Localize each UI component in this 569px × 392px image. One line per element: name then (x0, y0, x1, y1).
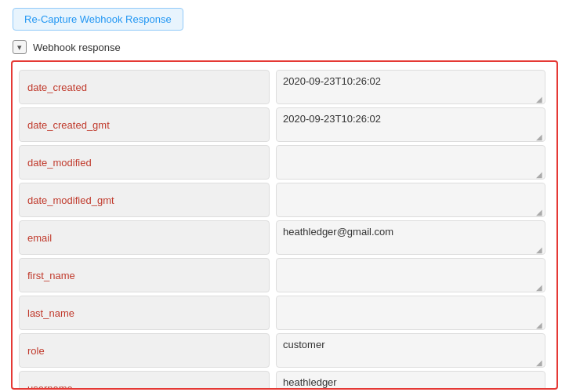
field-value-last_name[interactable] (276, 296, 545, 330)
field-key-date_modified_gmt: date_modified_gmt (19, 183, 270, 217)
field-value-wrapper-last_name: ◢ (276, 296, 545, 330)
field-value-wrapper-date_created: ◢ (276, 70, 545, 104)
field-row: date_modified_gmt◢ (19, 183, 545, 217)
field-key-email: email (19, 220, 270, 255)
field-key-last_name: last_name (19, 296, 270, 330)
field-key-date_created: date_created (19, 70, 270, 104)
field-value-date_created_gmt[interactable] (276, 107, 545, 142)
field-row: email◢ (19, 220, 545, 255)
field-value-wrapper-date_modified_gmt: ◢ (276, 183, 545, 217)
field-value-wrapper-first_name: ◢ (276, 258, 545, 292)
field-value-role[interactable] (276, 333, 545, 368)
field-row: date_created_gmt◢ (19, 107, 545, 142)
field-value-date_modified[interactable] (276, 145, 545, 180)
field-row: date_modified◢ (19, 145, 545, 180)
field-row: last_name◢ (19, 296, 545, 330)
field-row: username◢ (19, 371, 545, 388)
field-row: date_created◢ (19, 70, 545, 104)
field-value-wrapper-date_modified: ◢ (276, 145, 545, 180)
field-value-email[interactable] (276, 220, 545, 255)
field-row: first_name◢ (19, 258, 545, 292)
response-container: date_created◢date_created_gmt◢date_modif… (11, 60, 558, 390)
field-value-wrapper-date_created_gmt: ◢ (276, 107, 545, 142)
field-value-wrapper-username: ◢ (276, 371, 545, 388)
field-key-role: role (19, 333, 270, 368)
fields-area[interactable]: date_created◢date_created_gmt◢date_modif… (13, 62, 556, 388)
field-value-wrapper-role: ◢ (276, 333, 545, 368)
field-value-wrapper-email: ◢ (276, 220, 545, 255)
webhook-toggle-row: ▾ Webhook response (0, 37, 569, 60)
field-key-date_modified: date_modified (19, 145, 270, 180)
field-row: role◢ (19, 333, 545, 368)
top-bar: Re-Capture Webhook Response (0, 0, 569, 37)
field-value-date_modified_gmt[interactable] (276, 183, 545, 217)
field-value-date_created[interactable] (276, 70, 545, 104)
field-key-date_created_gmt: date_created_gmt (19, 107, 270, 142)
field-key-username: username (19, 371, 270, 388)
field-value-username[interactable] (276, 371, 545, 388)
field-value-first_name[interactable] (276, 258, 545, 292)
toggle-icon[interactable]: ▾ (13, 40, 27, 54)
field-key-first_name: first_name (19, 258, 270, 292)
recapture-button[interactable]: Re-Capture Webhook Response (13, 8, 183, 31)
webhook-label: Webhook response (33, 42, 121, 53)
